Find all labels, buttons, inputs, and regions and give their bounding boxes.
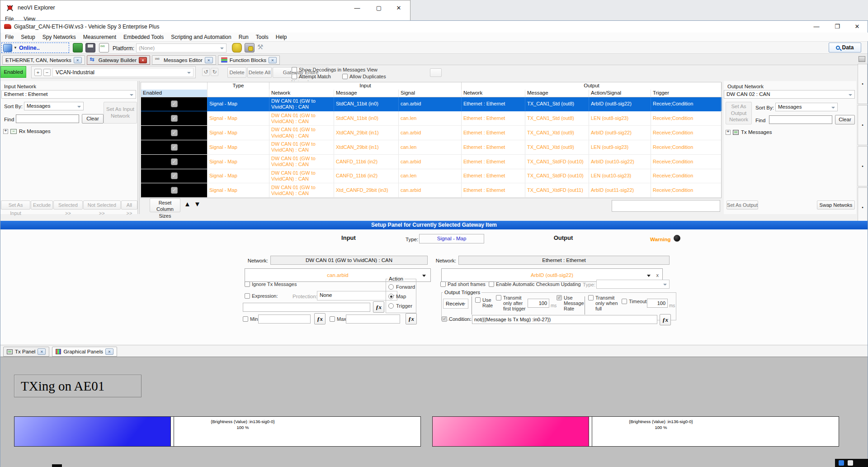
not-selected-button[interactable]: Not Selected >>	[83, 200, 121, 210]
chevron-down-icon[interactable]: ▼	[14, 46, 17, 50]
menu-help[interactable]: Help	[272, 34, 291, 40]
set-as-input-button[interactable]: Set As Input	[1, 200, 30, 210]
gateway-select[interactable]: VCAN-Industrial	[52, 68, 193, 77]
meter-divider[interactable]	[171, 416, 174, 447]
splitter-handle[interactable]: •	[858, 64, 868, 104]
wrench-icon[interactable]	[257, 43, 267, 52]
delete-button[interactable]: Delete	[227, 67, 246, 78]
swap-networks-button[interactable]: Swap Netwoks	[817, 200, 855, 210]
menu-scripting-and-automation[interactable]: Scripting and Automation	[167, 34, 235, 40]
input-clear-button[interactable]: Clear	[82, 114, 104, 124]
expression-checkbox[interactable]: Expression:	[245, 293, 278, 299]
expression-field[interactable]	[243, 303, 370, 312]
taskbar-icon[interactable]	[848, 460, 853, 466]
input-network-select[interactable]: Ethernet : Ethernet	[1, 90, 136, 99]
checkbox-checked-icon[interactable]	[171, 158, 178, 165]
neovi-minimize-button[interactable]: —	[349, 3, 365, 14]
condition-field[interactable]: not({(Message Is Tx Msg) :in0-27})	[472, 315, 657, 324]
transmit-after-checkbox[interactable]: Transmit only after first trigger	[496, 295, 531, 311]
vs3-minimize-button[interactable]: —	[809, 21, 824, 32]
meter-divider[interactable]	[589, 416, 592, 447]
taskbar-icon[interactable]	[839, 460, 844, 466]
vs3-close-button[interactable]: ✕	[849, 21, 865, 32]
max-checkbox[interactable]: Max:	[330, 316, 348, 322]
splitter-handle[interactable]: •	[858, 146, 868, 186]
tab-ethernet-can-networks[interactable]: ETHERNET, CAN, Networks ✕	[2, 55, 85, 65]
show-decodings-checkbox[interactable]: Show Decodings in Messages View	[292, 67, 377, 72]
checkbox-checked-icon[interactable]	[171, 115, 178, 122]
allow-duplicates-checkbox[interactable]: Allow Duplicates	[342, 74, 386, 79]
output-find-field[interactable]	[769, 115, 832, 124]
reset-column-sizes-button[interactable]: Reset Column Sizes	[150, 198, 180, 212]
set-as-input-network-button[interactable]: Set As Input Network	[104, 102, 137, 124]
brightness-bar[interactable]: {Brightness (Value) :in136-sig0-0} 100 %	[432, 416, 839, 447]
checksum-type-select[interactable]	[596, 280, 670, 289]
table-row[interactable]: Signal - MapDW CAN 01 (GW to VividCAN) :…	[141, 183, 721, 198]
menu-tools[interactable]: Tools	[252, 34, 272, 40]
pad-short-frames-checkbox[interactable]: Pad short frames	[440, 281, 486, 287]
hardware-icon[interactable]	[73, 43, 83, 52]
selected-button[interactable]: Selected >>	[53, 200, 82, 210]
attempt-match-checkbox[interactable]: Attempt Match	[292, 74, 331, 79]
menu-spy-networks[interactable]: Spy Networks	[39, 34, 80, 40]
all-button[interactable]: All >>	[121, 200, 137, 210]
close-icon[interactable]: ✕	[38, 348, 46, 355]
platform-select[interactable]: (None)	[136, 43, 226, 52]
table-row[interactable]: Signal - MapDW CAN 01 (GW to VividCAN) :…	[141, 140, 721, 155]
table-row[interactable]: Signal - MapDW CAN 01 (GW to VividCAN) :…	[141, 97, 721, 112]
vs3-maximize-button[interactable]: ❐	[830, 21, 845, 32]
table-row[interactable]: Signal - MapDW CAN 01 (GW to VividCAN) :…	[141, 155, 721, 169]
move-up-icon[interactable]: ▲	[184, 200, 191, 208]
online-mode-control[interactable]: ▼ Online..	[1, 43, 69, 53]
min-checkbox[interactable]: Min:	[243, 316, 259, 322]
tab-messages-editor[interactable]: Messages Editor ✕	[152, 55, 216, 65]
close-icon[interactable]: ✕	[205, 57, 213, 63]
move-down-icon[interactable]: ▼	[194, 200, 201, 208]
undo-button[interactable]: ↺	[202, 68, 210, 76]
output-sort-by-select[interactable]: Messages	[775, 103, 838, 111]
fx-button[interactable]: ƒx	[406, 313, 417, 324]
input-sort-by-select[interactable]: Messages	[24, 102, 84, 110]
trigger-mode-select[interactable]: Receive	[443, 299, 468, 309]
tab-gateway-builder[interactable]: Gateway Builder ✕	[87, 55, 150, 65]
fx-button[interactable]: ƒx	[373, 301, 384, 313]
tx-messages-tree-item[interactable]: Tx Messages	[726, 129, 772, 135]
close-icon[interactable]: ✕	[105, 348, 113, 355]
type-value-box[interactable]: Signal - Map	[419, 234, 484, 243]
ignore-tx-checkbox[interactable]: Ignore Tx Messages	[245, 281, 297, 287]
table-row[interactable]: Signal - MapDW CAN 01 (GW to VividCAN) :…	[141, 111, 721, 126]
neovi-maximize-button[interactable]: ▢	[371, 3, 387, 14]
checkbox-checked-icon[interactable]	[171, 100, 178, 107]
action-radio-forward[interactable]: Forward	[388, 284, 415, 290]
brightness-bar[interactable]: {Brightness (Value) :in136-sig0-0} 100 %	[14, 416, 421, 447]
fx-button[interactable]: ƒx	[660, 314, 671, 325]
timeout-checkbox[interactable]: Timeout:	[622, 299, 648, 304]
output-network-select[interactable]: DW CAN 02 : CAN	[724, 90, 855, 99]
panel-corner-icon[interactable]	[859, 56, 865, 62]
menu-run[interactable]: Run	[235, 34, 252, 40]
set-as-output-network-button[interactable]: Set As Output Network	[726, 102, 752, 124]
timeout-field[interactable]: 100	[647, 299, 668, 308]
neovi-close-button[interactable]: ✕	[391, 3, 406, 14]
table-row[interactable]: Signal - MapDW CAN 01 (GW to VividCAN) :…	[141, 126, 721, 140]
rate-field[interactable]: 100	[528, 299, 549, 308]
close-icon[interactable]: ✕	[74, 57, 82, 63]
expand-icon[interactable]	[726, 130, 731, 135]
input-find-field[interactable]	[16, 114, 79, 123]
exclude-button[interactable]: Exclude	[31, 200, 53, 210]
use-rate-checkbox[interactable]: Use Rate	[475, 297, 495, 308]
set-as-output-button[interactable]: Set As Output	[726, 200, 758, 210]
tab-tx-panel[interactable]: Tx Panel ✕	[3, 347, 49, 357]
menu-measurement[interactable]: Measurement	[80, 34, 120, 40]
menu-file[interactable]: File	[1, 34, 17, 40]
delete-all-button[interactable]: Delete All	[247, 67, 272, 78]
max-field[interactable]	[346, 315, 400, 324]
checkbox-checked-icon[interactable]	[171, 187, 178, 194]
expand-icon[interactable]	[3, 129, 8, 134]
checkbox-checked-icon[interactable]	[171, 172, 178, 179]
splitter-handle[interactable]: •	[858, 105, 868, 145]
add-gateway-button[interactable]: +	[34, 69, 42, 76]
output-clear-button[interactable]: Clear	[835, 115, 855, 124]
data-button[interactable]: Data	[829, 43, 861, 52]
menu-setup[interactable]: Setup	[17, 34, 38, 40]
